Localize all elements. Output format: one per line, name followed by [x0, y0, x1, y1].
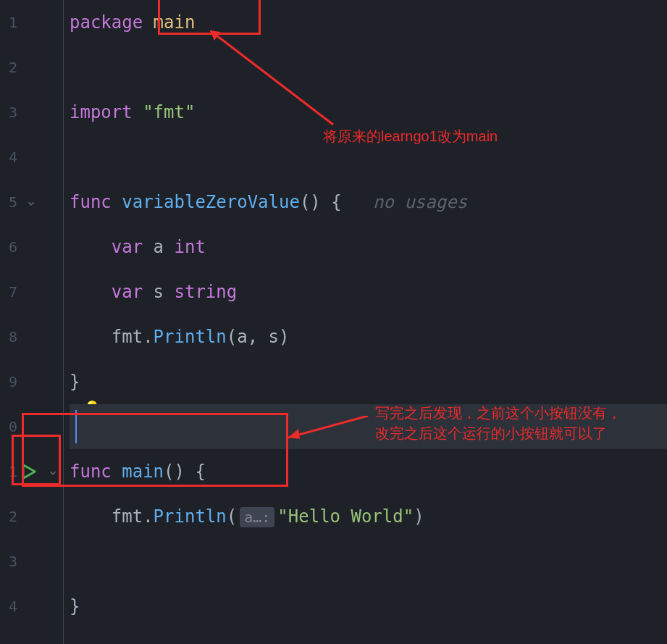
code-line-9[interactable]: }💡 [70, 359, 667, 404]
rparen: ) [414, 506, 424, 527]
code-line-5[interactable]: func variableZeroValue() { no usages [70, 180, 667, 225]
string-literal: "Hello World" [277, 506, 414, 527]
string-literal: "fmt" [143, 102, 195, 122]
code-line-12[interactable]: fmt.Println(a…:"Hello World") [70, 494, 667, 539]
code-line-2[interactable] [70, 45, 667, 90]
lparen: ( [227, 506, 237, 527]
keyword: var [112, 282, 143, 302]
line-number: 2 [0, 494, 17, 539]
identifier: a [154, 237, 164, 257]
dot: . [143, 506, 153, 527]
line-number: 7 [0, 269, 17, 314]
gutter: 1 2 3 4 5 6 7 8 9 0 1 2 3 4 [0, 0, 64, 644]
usage-hint: no usages [373, 192, 467, 212]
code-line-11[interactable]: func main() { [70, 449, 667, 494]
fold-chevron-icon[interactable] [20, 193, 42, 214]
keyword: var [112, 237, 143, 257]
code-line-4[interactable] [70, 135, 667, 180]
keyword: import [70, 102, 133, 122]
line-number: 5 [0, 180, 17, 225]
package-ref: fmt [112, 327, 143, 347]
line-number: 3 [0, 539, 17, 584]
line-numbers: 1 2 3 4 5 6 7 8 9 0 1 2 3 4 [0, 0, 17, 629]
brace: { [331, 192, 341, 212]
identifier: s [154, 282, 164, 302]
package-ref: fmt [112, 506, 143, 527]
dot: . [143, 327, 153, 347]
function-call: Println [154, 327, 227, 347]
line-number: 1 [0, 0, 17, 45]
code-line-13[interactable] [70, 539, 667, 584]
args: (a, s) [227, 327, 290, 347]
line-number: 0 [0, 404, 17, 449]
line-number: 6 [0, 225, 17, 269]
keyword: func [70, 192, 112, 212]
brace: { [195, 461, 205, 482]
line-number: 2 [0, 45, 17, 90]
line-number: 4 [0, 584, 17, 629]
fold-chevron-icon[interactable] [42, 462, 64, 484]
code-line-3[interactable]: import "fmt" [70, 90, 667, 135]
code-line-8[interactable]: fmt.Println(a, s) [70, 314, 667, 359]
line-number: 8 [0, 314, 17, 359]
parens: () [300, 192, 321, 212]
brace: } [70, 372, 80, 392]
code-line-7[interactable]: var s string [70, 269, 667, 314]
run-gutter-icon[interactable] [17, 461, 39, 482]
brace: } [70, 596, 80, 616]
code-line-1[interactable]: package main [70, 0, 667, 45]
type: string [175, 282, 238, 302]
code-area[interactable]: package main import "fmt" func variableZ… [64, 0, 667, 644]
function-name: main [122, 461, 164, 482]
code-line-10[interactable] [70, 404, 667, 449]
keyword: func [70, 461, 112, 482]
function-name: variableZeroValue [122, 192, 300, 212]
line-number: 3 [0, 90, 17, 135]
text-cursor [75, 410, 77, 443]
line-number: 4 [0, 135, 17, 180]
line-number: 9 [0, 359, 17, 404]
type: int [175, 237, 206, 257]
code-editor: 1 2 3 4 5 6 7 8 9 0 1 2 3 4 package main [0, 0, 667, 644]
code-line-6[interactable]: var a int [70, 225, 667, 269]
line-number: 1 [0, 449, 17, 494]
function-call: Println [154, 506, 227, 527]
keyword: package [70, 12, 143, 33]
code-line-14[interactable]: } [70, 584, 667, 629]
parameter-hint: a…: [240, 507, 274, 527]
package-name: main [154, 12, 196, 33]
parens: () [164, 461, 185, 482]
